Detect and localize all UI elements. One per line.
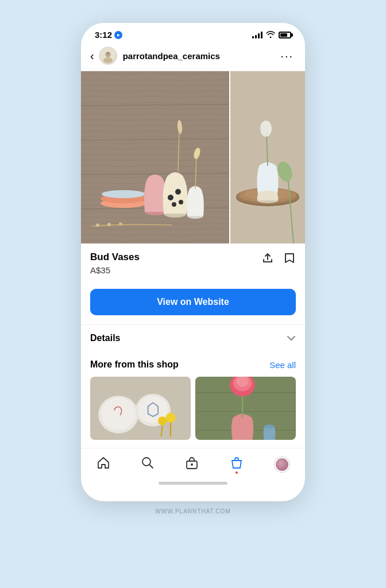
svg-point-26: [119, 222, 122, 226]
svg-point-45: [158, 416, 167, 425]
svg-point-55: [264, 424, 275, 428]
product-actions: [261, 252, 296, 264]
nav-profile[interactable]: [268, 455, 296, 474]
back-button[interactable]: ‹: [90, 47, 99, 65]
details-section[interactable]: Details: [81, 324, 305, 351]
footer-watermark: WWW.PLANNTHAT.COM: [155, 501, 230, 518]
svg-point-24: [96, 223, 99, 227]
chevron-down-icon: [287, 334, 296, 343]
shop-thumbnails: [90, 377, 296, 440]
svg-point-12: [102, 190, 145, 198]
more-title: More from this shop: [90, 359, 179, 370]
shop-thumb-1[interactable]: [90, 377, 191, 440]
location-icon: [114, 31, 122, 39]
shop-icon: [185, 457, 199, 473]
svg-point-17: [172, 202, 176, 207]
share-button[interactable]: [261, 252, 274, 264]
home-bar: [159, 482, 227, 485]
wifi-icon: [266, 30, 275, 40]
product-price: A$35: [90, 265, 140, 275]
svg-point-25: [107, 223, 111, 226]
search-icon: [141, 457, 154, 473]
product-image-side: [230, 71, 305, 243]
battery-icon: [279, 32, 291, 38]
status-time-group: 3:12: [95, 30, 122, 40]
bag-icon: [230, 457, 244, 473]
home-icon: [96, 457, 110, 473]
view-on-website-button[interactable]: View on Website: [90, 289, 296, 315]
svg-point-2: [103, 57, 113, 63]
product-info: Bud Vases A$35: [81, 243, 305, 282]
save-button[interactable]: [283, 252, 296, 264]
svg-point-16: [175, 189, 181, 195]
time-display: 3:12: [95, 30, 112, 40]
product-image-main: [81, 71, 230, 243]
svg-line-57: [150, 465, 153, 469]
nav-search[interactable]: [134, 454, 161, 475]
svg-point-59: [191, 463, 193, 466]
svg-point-34: [260, 121, 272, 137]
svg-point-18: [179, 200, 183, 204]
more-header: More from this shop See all: [90, 359, 296, 370]
more-from-shop: More from this shop See all: [81, 351, 305, 446]
profile-avatar: [99, 47, 117, 65]
profile-nav-icon: [275, 457, 290, 472]
home-indicator: [81, 478, 305, 490]
nav-bag[interactable]: [223, 454, 250, 475]
svg-rect-5: [81, 71, 229, 243]
phone-container: 3:12: [81, 23, 305, 501]
more-button[interactable]: ···: [278, 47, 296, 65]
status-icons: [252, 30, 291, 40]
battery-fill: [280, 33, 287, 37]
product-header-row: Bud Vases A$35: [90, 252, 296, 275]
details-label: Details: [90, 333, 120, 343]
page-wrapper: 3:12: [0, 0, 386, 588]
product-title-group: Bud Vases A$35: [90, 252, 140, 275]
status-bar: 3:12: [81, 23, 305, 42]
svg-point-15: [168, 195, 173, 200]
view-btn-container: View on Website: [81, 282, 305, 324]
profile-name: parrotandpea_ceramics: [123, 51, 279, 61]
see-all-button[interactable]: See all: [269, 360, 296, 370]
bottom-nav: [81, 448, 305, 478]
nav-home[interactable]: [90, 454, 117, 475]
svg-point-43: [165, 413, 176, 423]
nav-shop[interactable]: [178, 454, 206, 475]
shop-thumb-2[interactable]: [195, 377, 296, 440]
svg-point-40: [101, 397, 136, 430]
svg-point-3: [107, 52, 109, 55]
product-images: [81, 71, 305, 243]
product-title: Bud Vases: [90, 252, 140, 263]
app-header: ‹ parrotandpea_ceramics ···: [81, 42, 305, 71]
signal-icon: [252, 32, 263, 38]
